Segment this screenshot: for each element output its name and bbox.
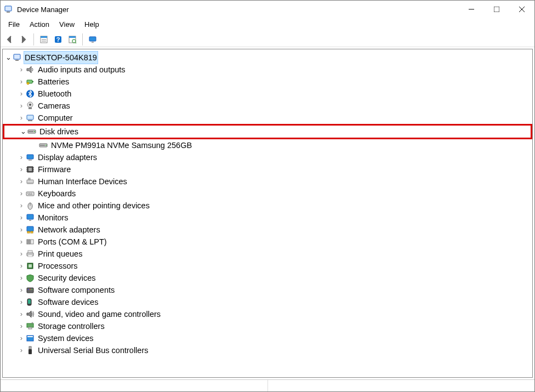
status-pane-2 [268, 380, 535, 391]
tree-expand-arrow[interactable]: › [17, 188, 26, 200]
tree-category-kbd[interactable]: › Keyboards [3, 188, 532, 200]
tree-category-hid[interactable]: › Human Interface Devices [3, 175, 532, 188]
tree-category-label[interactable]: Bluetooth [37, 88, 72, 100]
tree-expand-arrow[interactable]: › [17, 236, 26, 248]
titlebar: Device Manager [1, 1, 534, 18]
tree-expand-arrow[interactable]: › [17, 224, 26, 236]
tree-expand-arrow[interactable]: › [17, 151, 26, 163]
tree-category-label[interactable]: Print queues [37, 248, 83, 260]
tree-expand-arrow[interactable]: › [17, 175, 26, 188]
menu-action[interactable]: Action [25, 19, 54, 30]
tree-category-usb[interactable]: › Universal Serial Bus controllers [3, 344, 532, 356]
toolbar-help-button[interactable] [52, 32, 65, 47]
tree-category-mon[interactable]: › Monitors [3, 212, 532, 224]
menu-view[interactable]: View [55, 19, 79, 30]
tree-expand-arrow[interactable]: › [17, 100, 26, 112]
tree-category-label[interactable]: Audio inputs and outputs [37, 64, 127, 76]
tree-expand-arrow[interactable]: › [17, 112, 26, 124]
nvme-icon [39, 141, 48, 150]
tree-category-disp[interactable]: › Display adapters [3, 151, 532, 163]
tree-expand-arrow[interactable]: › [17, 64, 26, 76]
toolbar-properties-button[interactable] [37, 32, 50, 47]
tree-category-label[interactable]: Disk drives [38, 126, 79, 138]
toolbar-back-button[interactable] [3, 32, 16, 47]
toolbar [1, 32, 534, 47]
tree-category-cam[interactable]: › Cameras [3, 100, 532, 112]
tree-category-label[interactable]: Processors [37, 260, 79, 272]
tree-category-label[interactable]: Ports (COM & LPT) [37, 236, 108, 248]
close-button[interactable] [509, 1, 534, 18]
tree-root-label[interactable]: DESKTOP-504K819 [24, 51, 98, 64]
tree-category-label[interactable]: Monitors [37, 212, 70, 224]
tree-category-stor[interactable]: › Storage controllers [3, 320, 532, 332]
status-pane-1 [1, 380, 268, 391]
tree-category-label[interactable]: System devices [37, 332, 95, 344]
tree-root[interactable]: ⌄ DESKTOP-504K819 [3, 52, 532, 64]
toolbar-forward-button[interactable] [17, 32, 30, 47]
minimize-button[interactable] [459, 1, 484, 18]
tree-category-snd[interactable]: › Sound, video and game controllers [3, 308, 532, 320]
tree-expand-arrow[interactable]: › [17, 163, 26, 175]
cam-icon [26, 101, 35, 110]
snd-icon [26, 310, 35, 319]
tree-category-label[interactable]: Firmware [37, 163, 72, 175]
tree-category-label[interactable]: Sound, video and game controllers [37, 308, 162, 320]
toolbar-scan-button[interactable] [66, 32, 79, 47]
tree-category-swc[interactable]: › Software components [3, 284, 532, 296]
tree-category-label[interactable]: Cameras [37, 100, 71, 112]
tree-expand-arrow[interactable]: › [17, 296, 26, 308]
tree-category-batt[interactable]: › Batteries [3, 76, 532, 88]
tree-device-nvme[interactable]: NVMe PM991a NVMe Samsung 256GB [3, 139, 532, 151]
tree-collapse-arrow[interactable]: ⌄ [19, 126, 27, 138]
tree-category-disk[interactable]: ⌄ Disk drives [4, 126, 531, 138]
tree-category-ports[interactable]: › Ports (COM & LPT) [3, 236, 532, 248]
tree-category-label[interactable]: Software devices [37, 296, 99, 308]
tree-expand-arrow[interactable]: › [17, 260, 26, 272]
tree-category-sec[interactable]: › Security devices [3, 272, 532, 284]
tree-category-fw[interactable]: › Firmware [3, 163, 532, 175]
tree-expand-arrow[interactable]: › [17, 284, 26, 296]
tree-category-label[interactable]: Storage controllers [37, 320, 106, 332]
tree-category-label[interactable]: Software components [37, 284, 116, 296]
tree-category-cpu[interactable]: › Processors [3, 260, 532, 272]
tree-device-label[interactable]: NVMe PM991a NVMe Samsung 256GB [50, 139, 193, 151]
swc-icon [26, 286, 35, 294]
tree-expand-arrow[interactable]: › [17, 308, 26, 320]
tree-category-comp[interactable]: › Computer [3, 112, 532, 124]
tree-category-sys[interactable]: › System devices [3, 332, 532, 344]
tree-expand-arrow[interactable]: › [17, 248, 26, 260]
tree-category-printq[interactable]: › Print queues [3, 248, 532, 260]
menu-help[interactable]: Help [80, 19, 104, 30]
app-icon [4, 5, 13, 14]
device-tree[interactable]: ⌄ DESKTOP-504K819 › Audio inputs and out… [2, 49, 533, 378]
tree-expand-arrow[interactable]: › [17, 332, 26, 344]
tree-expand-arrow[interactable]: › [17, 344, 26, 356]
tree-expand-arrow[interactable]: › [17, 88, 26, 100]
tree-category-net[interactable]: › Network adapters [3, 224, 532, 236]
tree-category-label[interactable]: Security devices [37, 272, 97, 284]
tree-category-label[interactable]: Computer [37, 112, 74, 124]
tree-category-label[interactable]: Network adapters [37, 224, 101, 236]
tree-category-mouse[interactable]: › Mice and other pointing devices [3, 200, 532, 212]
statusbar [1, 379, 534, 391]
tree-expand-arrow[interactable]: › [17, 200, 26, 212]
tree-collapse-arrow[interactable]: ⌄ [4, 52, 13, 64]
tree-category-label[interactable]: Mice and other pointing devices [37, 200, 151, 212]
tree-category-bt[interactable]: › Bluetooth [3, 88, 532, 100]
tree-category-label[interactable]: Universal Serial Bus controllers [37, 344, 149, 356]
tree-category-label[interactable]: Display adapters [37, 151, 98, 163]
window-title: Device Manager [17, 5, 459, 14]
tree-expand-arrow[interactable]: › [17, 272, 26, 284]
bt-icon [26, 89, 35, 98]
maximize-button[interactable] [484, 1, 509, 18]
tree-category-label[interactable]: Human Interface Devices [37, 175, 128, 188]
menu-file[interactable]: File [4, 19, 24, 30]
tree-category-label[interactable]: Keyboards [37, 188, 77, 200]
tree-expand-arrow[interactable]: › [17, 320, 26, 332]
tree-category-swd[interactable]: › Software devices [3, 296, 532, 308]
tree-expand-arrow[interactable]: › [17, 76, 26, 88]
toolbar-display-button[interactable] [86, 32, 99, 47]
tree-category-label[interactable]: Batteries [37, 76, 70, 88]
tree-expand-arrow[interactable]: › [17, 212, 26, 224]
tree-category-audio[interactable]: › Audio inputs and outputs [3, 64, 532, 76]
